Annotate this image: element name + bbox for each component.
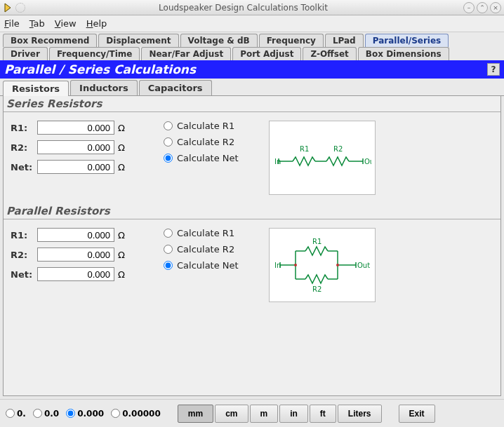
series-diagram: In Out R1 R2 xyxy=(269,121,376,195)
menu-tab[interactable]: Tab xyxy=(29,18,45,29)
window-title: Loudspeaker Design Calculations Toolkit xyxy=(25,3,461,13)
tab-parallel-series[interactable]: Parallel/Series xyxy=(365,34,449,47)
tab-lpad[interactable]: LPad xyxy=(325,34,364,47)
series-r1-unit: Ω xyxy=(114,123,128,133)
parallel-calc-r1-radio[interactable]: Calculate R1 xyxy=(164,228,262,238)
exit-button[interactable]: Exit xyxy=(399,405,435,423)
subtab-resistors[interactable]: Resistors xyxy=(3,81,69,96)
svg-point-20 xyxy=(294,264,297,266)
subtab-capacitors[interactable]: Capacitors xyxy=(139,80,212,95)
app-icon xyxy=(3,3,13,13)
content-panel: Series Resistors R1: Ω R2: Ω Net: Ω Calc… xyxy=(3,96,501,396)
minimize-button[interactable]: – xyxy=(463,2,475,13)
precision-1[interactable]: 0.0 xyxy=(33,409,59,419)
parallel-r1-unit: Ω xyxy=(114,230,128,240)
menu-help[interactable]: Help xyxy=(86,18,107,29)
parallel-r1-label: R1: xyxy=(11,230,37,240)
parallel-calc-net-radio[interactable]: Calculate Net xyxy=(164,260,262,271)
tab-z-offset[interactable]: Z-Offset xyxy=(303,47,356,60)
menu-file[interactable]: File xyxy=(4,18,20,29)
series-r2-label: R2: xyxy=(11,142,37,153)
svg-point-21 xyxy=(336,264,339,266)
menubar: File Tab View Help xyxy=(0,15,504,32)
svg-text:R2: R2 xyxy=(312,285,321,293)
main-tabs: Box Recommend Displacement Voltage & dB … xyxy=(0,32,504,60)
series-net-label: Net: xyxy=(11,162,37,172)
tab-box-dimensions[interactable]: Box Dimensions xyxy=(358,47,449,60)
section-header: Parallel / Series Calculations ? xyxy=(0,60,504,79)
series-title: Series Resistors xyxy=(4,96,500,112)
unit-m-button[interactable]: m xyxy=(250,405,279,423)
series-net-input[interactable] xyxy=(37,160,114,174)
unit-in-button[interactable]: in xyxy=(279,405,308,423)
tab-frequency-time[interactable]: Frequency/Time xyxy=(49,47,140,60)
svg-text:In: In xyxy=(274,262,281,269)
tab-port-adjust[interactable]: Port Adjust xyxy=(232,47,301,60)
help-button[interactable]: ? xyxy=(487,63,500,76)
series-net-unit: Ω xyxy=(114,162,128,172)
parallel-r2-label: R2: xyxy=(11,250,37,260)
series-calc-r2-radio[interactable]: Calculate R2 xyxy=(164,137,262,147)
parallel-r2-unit: Ω xyxy=(114,250,128,260)
sub-tabs: Resistors Inductors Capacitors xyxy=(0,79,504,96)
parallel-net-unit: Ω xyxy=(114,269,128,280)
series-r2-input[interactable] xyxy=(37,140,114,154)
parallel-r2-input[interactable] xyxy=(37,248,114,262)
menu-view[interactable]: View xyxy=(55,18,77,29)
parallel-net-input[interactable] xyxy=(37,267,114,281)
series-block: R1: Ω R2: Ω Net: Ω Calculate R1 Calculat… xyxy=(4,112,500,203)
section-title: Parallel / Series Calculations xyxy=(4,62,196,76)
svg-text:R1: R1 xyxy=(312,238,321,245)
series-calc-net-radio[interactable]: Calculate Net xyxy=(164,153,262,163)
svg-text:Out: Out xyxy=(357,262,370,269)
svg-text:R1: R1 xyxy=(300,145,309,153)
unit-liters-button[interactable]: Liters xyxy=(338,405,382,423)
series-r1-label: R1: xyxy=(11,123,37,133)
spin-icon xyxy=(15,3,25,13)
series-r2-unit: Ω xyxy=(114,142,128,153)
parallel-block: R1: Ω R2: Ω Net: Ω Calculate R1 Calculat… xyxy=(4,219,500,311)
series-calc-r1-radio[interactable]: Calculate R1 xyxy=(164,121,262,131)
unit-buttons: mm cm m in ft Liters Exit xyxy=(178,405,435,423)
tab-box-recommend[interactable]: Box Recommend xyxy=(3,34,97,47)
tab-near-far-adjust[interactable]: Near/Far Adjust xyxy=(141,47,231,60)
parallel-diagram: In Out R1 R2 xyxy=(269,228,376,302)
parallel-calc-r2-radio[interactable]: Calculate R2 xyxy=(164,244,262,255)
svg-text:Out: Out xyxy=(364,158,371,165)
series-r1-input[interactable] xyxy=(37,121,114,135)
tab-voltage-db[interactable]: Voltage & dB xyxy=(180,34,258,47)
tab-frequency[interactable]: Frequency xyxy=(259,34,324,47)
titlebar: Loudspeaker Design Calculations Toolkit … xyxy=(0,0,504,15)
subtab-inductors[interactable]: Inductors xyxy=(70,80,138,95)
bottom-bar: 0. 0.0 0.000 0.00000 mm cm m in ft Liter… xyxy=(0,399,504,427)
tab-displacement[interactable]: Displacement xyxy=(98,34,178,47)
svg-text:R2: R2 xyxy=(333,145,343,153)
svg-marker-0 xyxy=(5,4,11,12)
maximize-button[interactable]: ⌃ xyxy=(477,2,488,13)
precision-3[interactable]: 0.00000 xyxy=(111,409,161,419)
unit-cm-button[interactable]: cm xyxy=(215,405,248,423)
unit-mm-button[interactable]: mm xyxy=(178,405,213,423)
parallel-net-label: Net: xyxy=(11,269,37,280)
precision-radios: 0. 0.0 0.000 0.00000 xyxy=(6,409,164,419)
tab-driver[interactable]: Driver xyxy=(3,47,48,60)
parallel-title: Parallel Resistors xyxy=(4,203,500,219)
svg-text:In: In xyxy=(274,158,281,165)
precision-0[interactable]: 0. xyxy=(6,409,26,419)
precision-2[interactable]: 0.000 xyxy=(66,409,104,419)
unit-ft-button[interactable]: ft xyxy=(310,405,336,423)
parallel-r1-input[interactable] xyxy=(37,228,114,242)
close-button[interactable]: × xyxy=(490,2,501,13)
